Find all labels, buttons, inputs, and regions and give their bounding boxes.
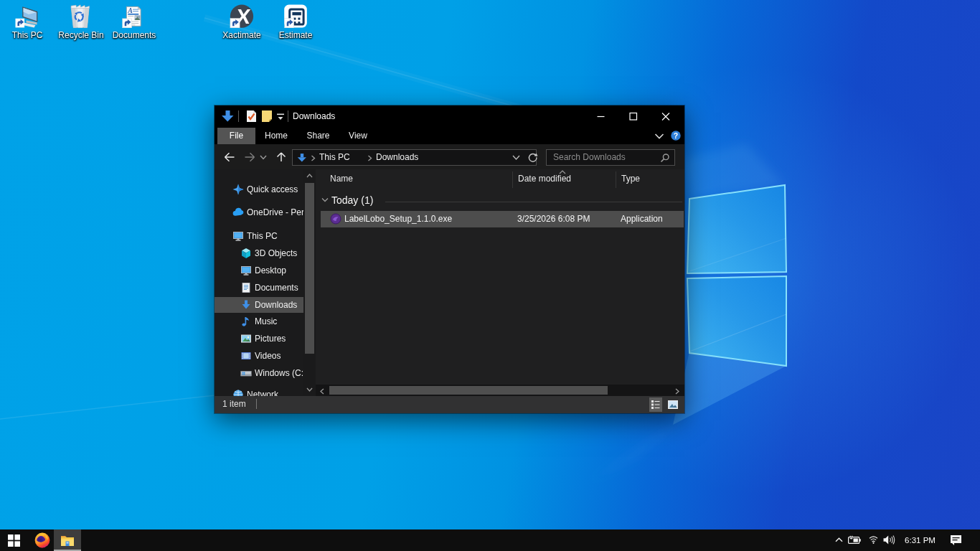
svg-text:?: ? bbox=[674, 131, 678, 140]
svg-text:A: A bbox=[127, 6, 133, 14]
